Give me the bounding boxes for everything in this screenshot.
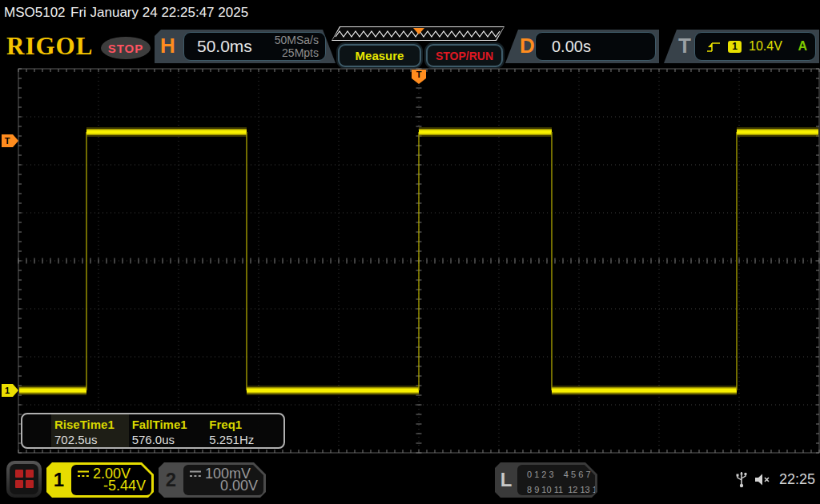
channel1-info: 2.00V -5.44V — [71, 465, 151, 495]
dc-coupling-icon — [77, 470, 90, 478]
clock-text: 22:25 — [779, 471, 815, 488]
channel2-badge[interactable]: 2 100mV 0.00V — [159, 462, 266, 498]
trigger-position-flag[interactable]: T — [412, 70, 426, 84]
dc-coupling-icon — [189, 470, 202, 478]
measurement-label: Freq1 — [209, 417, 283, 433]
channel1-number: 1 — [46, 462, 71, 498]
measurement-falltime[interactable]: FallTime1 576.0us — [129, 414, 207, 447]
logic-analyzer-label: L — [495, 462, 517, 498]
measurement-freq[interactable]: Freq1 5.251Hz — [206, 414, 283, 447]
trigger-level-marker[interactable]: T — [2, 134, 18, 147]
svg-text:1: 1 — [5, 386, 10, 395]
menu-button[interactable] — [6, 461, 42, 498]
measurement-label: RiseTime1 — [54, 417, 129, 433]
channel2-offset: 0.00V — [220, 478, 258, 494]
system-tray: 22:25 — [736, 470, 815, 488]
channel1-position-marker[interactable]: 1 — [2, 384, 18, 397]
menu-grid-icon — [10, 464, 38, 494]
logic-channel-list: 0 1 2 3 4 5 6 7 8 9 10 11 12 13 14 15 — [517, 465, 595, 495]
logic-row1: 0 1 2 3 4 5 6 7 — [527, 470, 591, 479]
measurement-panel[interactable]: RiseTime1 702.5us FallTime1 576.0us Freq… — [21, 413, 285, 449]
svg-text:T: T — [416, 70, 422, 79]
channel1-badge[interactable]: 1 2.00V -5.44V — [46, 462, 154, 498]
measurement-risetime[interactable]: RiseTime1 702.5us — [51, 414, 129, 447]
logic-analyzer-badge[interactable]: L 0 1 2 3 4 5 6 7 8 9 10 11 12 13 14 15 — [495, 462, 597, 498]
svg-text:T: T — [5, 136, 10, 146]
channel1-offset: -5.44V — [103, 478, 146, 494]
measurement-value: 5.251Hz — [209, 433, 283, 447]
channel2-number: 2 — [159, 462, 183, 498]
usb-icon[interactable] — [736, 470, 747, 488]
channel2-info: 100mV 0.00V — [183, 465, 263, 495]
measurement-value: 576.0us — [132, 433, 207, 447]
measurement-label: FallTime1 — [132, 417, 207, 433]
oscilloscope-screen: MSO5102 Fri January 24 22:25:47 2025 RIG… — [0, 0, 820, 504]
speaker-muted-icon[interactable] — [754, 473, 772, 486]
measurement-value: 702.5us — [54, 433, 129, 447]
